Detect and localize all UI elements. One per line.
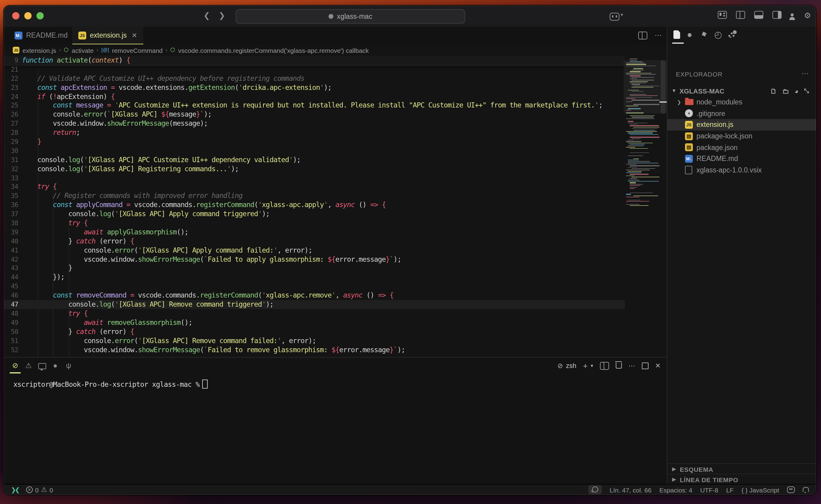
customize-layout-icon[interactable] bbox=[718, 11, 727, 19]
file-row-extension-js[interactable]: JS extension.js bbox=[667, 119, 816, 130]
history-back-icon[interactable]: ❮ bbox=[203, 11, 210, 21]
editor-scrollbar[interactable] bbox=[659, 56, 667, 357]
code-line-31[interactable]: 31 console.log('[XGlass APC] APC Customi… bbox=[4, 155, 625, 165]
copilot-status-icon[interactable] bbox=[787, 486, 795, 493]
code-line-45[interactable]: 45 bbox=[4, 282, 625, 291]
file-row-vsix[interactable]: xglass-apc-1.0.0.vsix bbox=[667, 164, 816, 175]
code-line-35[interactable]: 35 // Register commands with improved er… bbox=[4, 192, 625, 201]
code-line-39[interactable]: 39 await applyGlassmorphism(); bbox=[4, 228, 625, 237]
new-folder-icon[interactable]: 🗀 bbox=[782, 87, 789, 94]
code-line-29[interactable]: 29 } bbox=[4, 137, 625, 146]
cursor-position-status[interactable]: Lín. 47, col. 66 bbox=[610, 486, 652, 493]
section-timeline[interactable]: ▶ LÍNEA DE TIEMPO bbox=[667, 474, 816, 485]
code-line-44[interactable]: 44 }); bbox=[4, 273, 625, 282]
terminal-tab-icon[interactable]: ⊘ bbox=[9, 361, 22, 370]
editor-more-actions-icon[interactable]: ⋯ bbox=[655, 31, 662, 39]
maximize-panel-icon[interactable] bbox=[642, 362, 649, 369]
code-line-25[interactable]: 25 const message = 'APC Customize UI++ e… bbox=[4, 101, 625, 110]
explorer-icon[interactable] bbox=[673, 30, 680, 41]
code-line-28[interactable]: 28 return; bbox=[4, 128, 625, 137]
new-file-icon[interactable]: 🗋 bbox=[770, 87, 777, 94]
panel-more-actions-icon[interactable]: ⋯ bbox=[629, 362, 635, 369]
code-line-23[interactable]: 23 const apcExtension = vscode.extension… bbox=[4, 83, 625, 92]
debug-console-tab-icon[interactable]: ● bbox=[49, 361, 62, 370]
breadcrumb-item-removecommand[interactable]: removeCommand bbox=[112, 46, 163, 54]
command-center-search[interactable]: xglass-mac bbox=[236, 9, 465, 24]
code-line-24[interactable]: 24 if (!apcExtension) { bbox=[4, 92, 625, 101]
file-row-gitignore[interactable]: ◖ .gitignore bbox=[667, 108, 816, 119]
breadcrumb-item-activate[interactable]: activate bbox=[72, 46, 94, 54]
code-line-27[interactable]: 27 vscode.window.showErrorMessage(messag… bbox=[4, 119, 625, 128]
code-line-9[interactable]: 9function activate(context) { bbox=[4, 56, 625, 65]
toggle-primary-sidebar-icon[interactable] bbox=[736, 11, 745, 19]
minimap[interactable] bbox=[625, 56, 659, 357]
code-line-37[interactable]: 37 console.log('[XGlass APC] Apply comma… bbox=[4, 209, 625, 219]
code-editor[interactable]: 9function activate(context) {2122 // Val… bbox=[4, 56, 625, 357]
search-status-icon[interactable] bbox=[588, 485, 602, 494]
code-line-34[interactable]: 34 try { bbox=[4, 182, 625, 192]
output-tab-icon[interactable] bbox=[35, 363, 49, 369]
file-row-readme[interactable]: M↓ README.md bbox=[667, 153, 816, 164]
run-debug-icon[interactable]: ◴ bbox=[714, 29, 722, 40]
workspace-root-row[interactable]: ▼ XGLASS-MAC 🗋 🗀 ◕ ⤡ bbox=[667, 85, 816, 97]
settings-gear-icon[interactable]: ⚙ bbox=[804, 11, 811, 20]
new-terminal-icon[interactable]: + bbox=[583, 361, 588, 370]
code-line-42[interactable]: 42 vscode.window.showErrorMessage(`Faile… bbox=[4, 255, 625, 264]
kill-terminal-icon[interactable] bbox=[616, 363, 622, 369]
code-line-43[interactable]: 43 } bbox=[4, 264, 625, 273]
code-line-46[interactable]: 46 const removeCommand = vscode.commands… bbox=[4, 291, 625, 300]
remote-indicator-icon[interactable]: ❯❮ bbox=[11, 486, 19, 493]
close-window-button[interactable] bbox=[12, 12, 19, 19]
toggle-panel-icon[interactable] bbox=[754, 11, 763, 19]
code-line-26[interactable]: 26 console.error(`[XGlass APC] ${message… bbox=[4, 110, 625, 119]
code-line-33[interactable]: 33 bbox=[4, 173, 625, 182]
file-row-package-json[interactable]: ▤ package.json bbox=[667, 142, 816, 153]
language-status[interactable]: { } JavaScript bbox=[741, 486, 779, 493]
terminal-content[interactable]: xscriptor@MacBook-Pro-de-xscriptor xglas… bbox=[13, 380, 207, 389]
code-line-32[interactable]: 32 console.log('[XGlass APC] Registering… bbox=[4, 164, 625, 173]
search-icon[interactable]: ● bbox=[687, 29, 692, 39]
code-line-21[interactable]: 21 bbox=[4, 65, 625, 74]
toggle-secondary-sidebar-icon[interactable] bbox=[772, 11, 782, 19]
tab-readme[interactable]: M↓ README.md bbox=[9, 27, 74, 44]
eol-status[interactable]: LF bbox=[726, 486, 734, 493]
source-control-icon[interactable]: ◆ bbox=[700, 29, 708, 38]
code-line-51[interactable]: 51 console.error('[XGlass APC] Remove co… bbox=[4, 336, 625, 345]
minimize-window-button[interactable] bbox=[24, 12, 32, 19]
code-line-36[interactable]: 36 const applyCommand = vscode.commands.… bbox=[4, 201, 625, 210]
encoding-status[interactable]: UTF-8 bbox=[700, 486, 718, 493]
zoom-window-button[interactable] bbox=[36, 12, 44, 19]
code-line-41[interactable]: 41 console.error('[XGlass APC] Apply com… bbox=[4, 246, 625, 255]
code-line-50[interactable]: 50 } catch (error) { bbox=[4, 327, 625, 336]
tab-extension-js[interactable]: JS extension.js ✕ bbox=[72, 27, 143, 44]
notifications-bell-icon[interactable] bbox=[803, 487, 809, 492]
terminal-shell-label[interactable]: zsh bbox=[566, 362, 576, 369]
close-tab-icon[interactable]: ✕ bbox=[131, 31, 137, 39]
code-line-48[interactable]: 48 try { bbox=[4, 309, 625, 318]
history-forward-icon[interactable]: ❯ bbox=[219, 11, 225, 21]
copilot-icon[interactable] bbox=[610, 13, 619, 21]
file-row-node-modules[interactable]: ❯ node_modules bbox=[667, 97, 816, 108]
indentation-status[interactable]: Espacios: 4 bbox=[659, 486, 693, 493]
refresh-icon[interactable]: ◕ bbox=[795, 87, 799, 94]
problems-tab-icon[interactable]: ⚠ bbox=[22, 361, 35, 370]
code-line-30[interactable]: 30 bbox=[4, 146, 625, 155]
account-icon[interactable] bbox=[789, 14, 794, 19]
split-terminal-icon[interactable] bbox=[600, 362, 609, 369]
code-line-38[interactable]: 38 try { bbox=[4, 219, 625, 228]
close-panel-icon[interactable]: ✕ bbox=[655, 362, 661, 369]
code-line-52[interactable]: 52 vscode.window.showErrorMessage(`Faile… bbox=[4, 345, 625, 354]
collapse-all-icon[interactable]: ⤡ bbox=[804, 87, 809, 94]
code-line-40[interactable]: 40 } catch (error) { bbox=[4, 237, 625, 246]
problems-status[interactable]: ✕ 0 ⚠ 0 bbox=[26, 486, 53, 494]
extensions-icon[interactable] bbox=[728, 30, 737, 39]
breadcrumb-item-file[interactable]: extension.js bbox=[22, 46, 56, 54]
copilot-caret-icon[interactable]: ▾ bbox=[621, 12, 623, 18]
ports-tab-icon[interactable]: ψ bbox=[62, 361, 75, 370]
code-line-22[interactable]: 22 // Validate APC Customize UI++ depend… bbox=[4, 74, 625, 83]
scrollbar-thumb[interactable] bbox=[661, 60, 666, 114]
code-line-49[interactable]: 49 await removeGlassmorphism(); bbox=[4, 318, 625, 327]
explorer-more-actions-icon[interactable]: ⋯ bbox=[801, 69, 809, 78]
file-row-package-lock[interactable]: ▤ package-lock.json bbox=[667, 131, 816, 142]
breadcrumb-item-callback[interactable]: vscode.commands.registerCommand('xglass-… bbox=[178, 46, 369, 54]
